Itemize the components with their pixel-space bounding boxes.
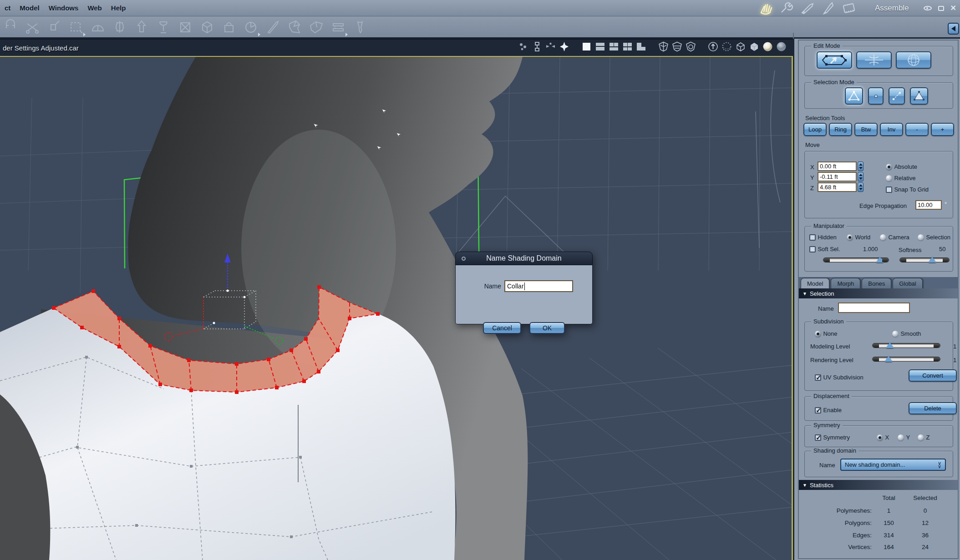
soft-selection-slider[interactable] <box>823 257 889 262</box>
wire-cube-icon[interactable] <box>735 41 746 52</box>
render-room-pen-icon[interactable] <box>821 2 836 15</box>
poly-fold-left-tool-icon[interactable] <box>287 19 302 35</box>
sphere-pie-tool-icon[interactable] <box>243 19 259 35</box>
menu-item-web[interactable]: Web <box>83 4 106 12</box>
tab-morph[interactable]: Morph <box>831 278 860 288</box>
selection-name-input[interactable] <box>838 303 910 313</box>
shield-wire-textured-icon[interactable] <box>686 41 696 52</box>
modeling-level-slider[interactable] <box>872 343 940 348</box>
layout-corner-icon[interactable] <box>636 41 646 52</box>
textured-sphere-icon[interactable] <box>776 41 787 52</box>
layout-single-icon[interactable] <box>581 41 592 52</box>
dialog-name-input[interactable]: Collar <box>504 280 573 292</box>
extrude-tool-icon[interactable] <box>134 19 149 35</box>
tab-global[interactable]: Global <box>893 278 923 288</box>
move-x-input[interactable] <box>818 161 857 171</box>
dome-tool-icon[interactable] <box>90 19 106 35</box>
hidden-checkbox[interactable]: Hidden <box>809 233 837 241</box>
select-all-elements-button[interactable] <box>845 87 863 105</box>
invert-button[interactable]: Inv <box>880 123 903 136</box>
relative-radio[interactable]: Relative <box>886 174 915 182</box>
vertex-sphere-icon[interactable] <box>721 41 732 52</box>
world-radio[interactable]: World <box>847 233 870 241</box>
cameras-icon[interactable] <box>545 41 556 52</box>
maximize-icon[interactable] <box>938 6 944 11</box>
dialog-title-bar[interactable]: Name Shading Domain <box>455 252 593 265</box>
panel-collapse-button[interactable] <box>948 23 959 35</box>
menu-item-windows[interactable]: Windows <box>44 4 83 12</box>
softness-slider[interactable] <box>899 257 950 262</box>
pen-knife-tool-icon[interactable] <box>265 19 280 35</box>
viewport-3d-canvas[interactable] <box>0 56 793 560</box>
delete-button[interactable]: Delete <box>909 402 957 414</box>
magnet-tool-icon[interactable] <box>3 19 18 35</box>
normals-icon[interactable] <box>708 41 718 52</box>
cancel-button[interactable]: Cancel <box>483 322 521 334</box>
tab-bones[interactable]: Bones <box>862 278 891 288</box>
bone-tool-icon[interactable] <box>352 19 368 35</box>
symmetry-x-radio[interactable]: X <box>877 433 889 441</box>
bridge-tool-icon[interactable] <box>330 19 346 35</box>
ok-button[interactable]: OK <box>529 322 565 334</box>
convert-button[interactable]: Convert <box>909 369 957 382</box>
absolute-radio[interactable]: Absolute <box>886 162 917 171</box>
grow-selection-button[interactable]: + <box>931 123 954 136</box>
selection-radio[interactable]: Selection <box>918 233 950 241</box>
tracking-icon[interactable] <box>518 41 528 52</box>
tab-model[interactable]: Model <box>801 278 829 288</box>
symmetry-checkbox[interactable]: Symmetry <box>815 433 850 441</box>
edge-propagation-input[interactable] <box>915 200 942 210</box>
select-vertices-button[interactable] <box>868 87 884 105</box>
marquee-tool-icon[interactable] <box>68 19 84 35</box>
layout-three-icon[interactable] <box>609 41 619 52</box>
delete-poly-tool-icon[interactable] <box>178 19 193 35</box>
document-tab-title[interactable]: der Settings Adjusted.car <box>3 44 79 52</box>
pin-tool-icon[interactable] <box>46 19 62 35</box>
scissors-tool-icon[interactable] <box>25 19 40 35</box>
shrink-selection-button[interactable]: - <box>905 123 929 136</box>
move-y-input[interactable] <box>818 172 857 182</box>
displacement-enable-checkbox[interactable]: Enable <box>815 406 842 414</box>
box-tool-icon[interactable] <box>199 19 215 35</box>
white-sphere-icon[interactable] <box>762 41 773 52</box>
bag-tool-icon[interactable] <box>221 19 237 35</box>
edit-mode-model-button[interactable] <box>856 51 892 69</box>
solid-cube-icon[interactable] <box>749 41 759 52</box>
close-icon[interactable]: ✕ <box>950 5 956 12</box>
snap-to-grid-checkbox[interactable]: Snap To Grid <box>886 185 929 193</box>
menu-item-help[interactable]: Help <box>107 4 131 12</box>
assemble-room-hand-icon[interactable] <box>758 2 773 15</box>
menu-item-truncated[interactable]: ct <box>0 4 15 12</box>
camera-radio[interactable]: Camera <box>880 233 909 241</box>
symmetry-y-radio[interactable]: Y <box>898 433 910 441</box>
soft-selection-checkbox[interactable]: Soft Sel. <box>809 245 840 253</box>
select-polygons-button[interactable] <box>910 87 928 105</box>
rendering-level-slider[interactable] <box>872 357 940 362</box>
edit-mode-vertex-button[interactable] <box>817 51 852 69</box>
visibility-eye-icon[interactable] <box>924 6 932 10</box>
statistics-section-header[interactable]: ▼ Statistics <box>799 480 958 490</box>
link-icon[interactable] <box>532 41 542 52</box>
texture-room-quill-icon[interactable] <box>800 2 815 15</box>
selection-section-header[interactable]: ▼ Selection <box>799 288 958 298</box>
layout-hsplit-icon[interactable] <box>595 41 605 52</box>
lathe-tool-icon[interactable] <box>112 19 127 35</box>
move-z-input[interactable] <box>818 182 857 192</box>
compass-icon[interactable] <box>559 41 569 52</box>
uv-subdivision-checkbox[interactable]: UV Subdivision <box>815 373 863 381</box>
animate-room-film-icon[interactable] <box>842 2 857 15</box>
move-x-stepper[interactable] <box>858 161 863 171</box>
move-z-stepper[interactable] <box>858 182 863 192</box>
between-button[interactable]: Btw <box>854 123 878 136</box>
menu-item-model[interactable]: Model <box>15 4 44 12</box>
subdivision-smooth-radio[interactable]: Smooth <box>892 329 921 338</box>
subdivision-none-radio[interactable]: None <box>815 329 838 338</box>
symmetry-z-radio[interactable]: Z <box>918 433 930 441</box>
loop-button[interactable]: Loop <box>803 123 827 136</box>
edit-mode-sphere-button[interactable] <box>896 51 931 69</box>
layout-quad-icon[interactable] <box>622 41 633 52</box>
ring-button[interactable]: Ring <box>829 123 852 136</box>
shading-domain-dropdown[interactable]: New shading domain... ∨∨ <box>840 459 946 471</box>
move-y-stepper[interactable] <box>858 172 863 182</box>
goblet-tool-icon[interactable] <box>156 19 171 35</box>
